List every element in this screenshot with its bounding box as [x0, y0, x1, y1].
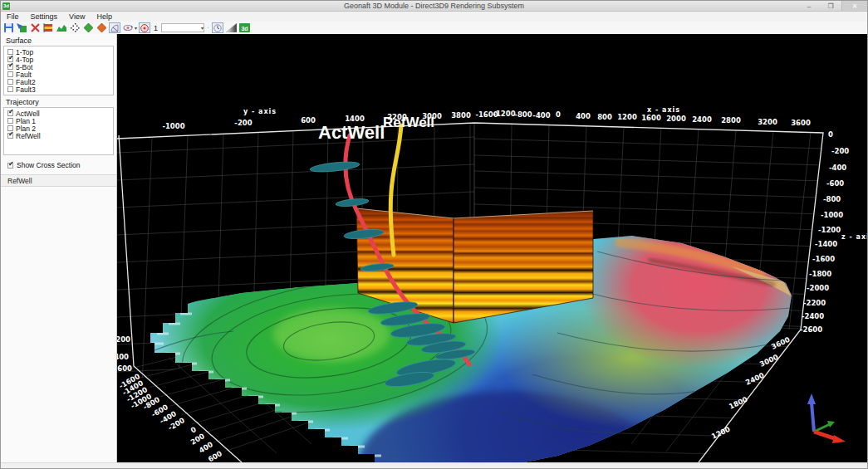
rotate-caret-icon[interactable]: ▾ — [135, 25, 137, 31]
compass-icon[interactable] — [139, 22, 150, 33]
protractor-icon[interactable] — [109, 22, 120, 33]
svg-text:0: 0 — [189, 425, 198, 435]
checkbox[interactable] — [7, 79, 13, 85]
svg-text:3200: 3200 — [758, 118, 777, 126]
svg-text:-1800: -1800 — [809, 270, 831, 278]
svg-text:1200: 1200 — [710, 425, 732, 441]
checkbox[interactable]: ✓ — [7, 163, 13, 169]
svg-text:2400: 2400 — [692, 115, 712, 124]
svg-text:3000: 3000 — [422, 112, 442, 120]
svg-text:-2600: -2600 — [117, 364, 132, 373]
svg-text:-800: -800 — [514, 110, 532, 119]
svg-text:3d: 3d — [241, 26, 248, 32]
import-icon[interactable] — [16, 22, 27, 33]
scale-combobox[interactable]: ▾ — [161, 23, 204, 32]
surface-group-label: Surface — [6, 37, 116, 45]
checkbox[interactable]: ✓ — [7, 133, 13, 139]
svg-text:600: 600 — [301, 116, 316, 125]
svg-text:-2400: -2400 — [117, 353, 129, 361]
toolbar-separator: · — [206, 24, 210, 32]
scale-value: 1 — [154, 24, 158, 32]
z-axis-left-ticks: -2200 -2400 -2600 — [117, 335, 132, 373]
close-button[interactable]: ✕ — [841, 1, 867, 11]
trajectory-list[interactable]: ✓ActWell Plan 1 Plan 2 ✓RefWell — [3, 107, 114, 155]
svg-text:-2600: -2600 — [800, 325, 822, 334]
svg-text:-1200: -1200 — [818, 226, 841, 234]
svg-text:-2200: -2200 — [117, 335, 130, 344]
viewport-3d[interactable]: ActWell RefWell -1000 -200 600 1400 2200… — [117, 34, 868, 462]
svg-text:-1600: -1600 — [812, 255, 835, 263]
diamond-green-icon[interactable] — [82, 22, 94, 33]
checkbox[interactable] — [7, 118, 13, 124]
show-cross-section[interactable]: ✓ Show Cross Section — [7, 161, 116, 169]
svg-text:2800: 2800 — [721, 116, 741, 125]
z-axis-right-ticks: 0 -200 -400 -600 -800 -1000 -1200 -1400 … — [800, 130, 868, 334]
svg-text:1200: 1200 — [617, 113, 637, 121]
scene-3d: ActWell RefWell -1000 -200 600 1400 2200… — [117, 34, 868, 462]
trajectory-item[interactable]: ✓RefWell — [4, 132, 113, 139]
pan-icon[interactable] — [69, 22, 81, 33]
actwell-label: ActWell — [318, 122, 385, 143]
svg-text:0: 0 — [828, 130, 833, 139]
restore-button[interactable]: ❐ — [820, 1, 841, 11]
gradient-icon[interactable] — [225, 22, 237, 33]
cross-section-well-field[interactable]: RefWell — [1, 174, 116, 187]
y-axis-title: y - axis — [243, 108, 277, 115]
z-axis-title: z - axis — [841, 233, 868, 241]
svg-text:1400: 1400 — [345, 115, 365, 123]
title-bar: 3d Geonaft 3D Module - Direct3D9 Renderi… — [1, 1, 867, 12]
svg-text:2200: 2200 — [387, 113, 407, 121]
trajectory-group-label: Trajectory — [6, 98, 116, 106]
toolbar: ▾ 1 ▾ · 3d — [1, 22, 867, 34]
svg-text:1800: 1800 — [728, 395, 749, 411]
svg-text:400: 400 — [576, 112, 591, 120]
svg-text:1600: 1600 — [641, 114, 661, 122]
svg-text:-1000: -1000 — [821, 211, 843, 219]
svg-text:-2200: -2200 — [803, 299, 826, 307]
checkbox[interactable]: ✓ — [7, 64, 13, 70]
svg-text:0: 0 — [556, 110, 561, 119]
rotate-icon[interactable] — [122, 22, 134, 33]
menu-bar: File Settings View Help — [1, 12, 867, 22]
checkbox[interactable] — [7, 71, 13, 77]
menu-file[interactable]: File — [1, 12, 25, 21]
svg-text:800: 800 — [597, 113, 612, 121]
svg-text:-200: -200 — [234, 119, 252, 127]
diamond-orange-icon[interactable] — [96, 22, 107, 33]
svg-text:2400: 2400 — [744, 371, 766, 387]
cube3d-icon[interactable]: 3d — [238, 22, 250, 33]
application-window: 3d Geonaft 3D Module - Direct3D9 Renderi… — [0, 0, 868, 469]
menu-view[interactable]: View — [63, 12, 91, 21]
menu-help[interactable]: Help — [91, 12, 118, 21]
save-icon[interactable] — [2, 22, 14, 33]
svg-text:-1200: -1200 — [493, 110, 515, 118]
window-title: Geonaft 3D Module - Direct3D9 Rendering … — [1, 2, 867, 10]
svg-text:-2000: -2000 — [807, 284, 829, 292]
svg-text:600: 600 — [207, 449, 223, 462]
svg-text:-1000: -1000 — [162, 122, 184, 130]
svg-text:3600: 3600 — [791, 119, 811, 127]
svg-text:-600: -600 — [826, 179, 844, 188]
flag-icon[interactable] — [42, 22, 54, 33]
x-axis-title: x - axis — [647, 106, 680, 114]
clock-icon[interactable] — [212, 22, 223, 33]
window-controls: – ❐ ✕ — [798, 1, 867, 11]
orientation-gizmo — [807, 393, 846, 443]
minimize-button[interactable]: – — [798, 1, 820, 11]
svg-text:3000: 3000 — [758, 353, 780, 369]
svg-text:-2400: -2400 — [802, 312, 824, 320]
svg-text:-400: -400 — [532, 111, 550, 120]
sidebar: Surface 1-Top ✓4-Top ✓5-Bot Fault Fault2… — [1, 34, 117, 462]
checkbox[interactable] — [7, 86, 13, 92]
svg-text:-400: -400 — [829, 164, 846, 172]
status-bar — [1, 462, 867, 469]
chart-icon[interactable] — [56, 22, 67, 33]
surface-list[interactable]: 1-Top ✓4-Top ✓5-Bot Fault Fault2 Fault3 — [3, 46, 114, 95]
checkbox[interactable]: ✓ — [7, 110, 13, 116]
menu-settings[interactable]: Settings — [25, 12, 64, 21]
combo-caret-icon: ▾ — [201, 25, 204, 31]
svg-text:-800: -800 — [823, 195, 841, 203]
delete-icon[interactable] — [29, 22, 41, 33]
svg-text:-200: -200 — [831, 147, 849, 155]
surface-item[interactable]: Fault3 — [4, 85, 113, 93]
